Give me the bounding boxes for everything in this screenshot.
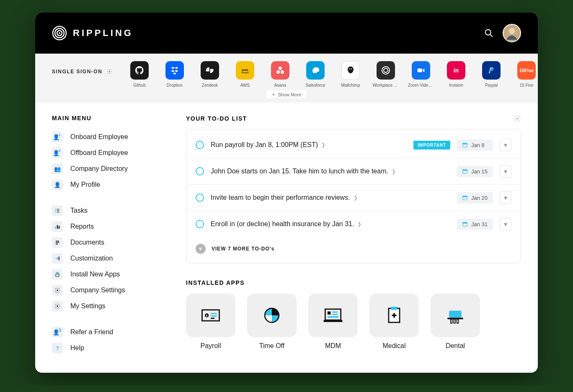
- sidebar-item-documents[interactable]: Documents: [52, 235, 165, 250]
- bars-icon: [52, 221, 63, 232]
- installed-app-mdm[interactable]: MDM: [308, 294, 358, 350]
- todo-row[interactable]: Run payroll by Jan 8, 1:00PM (EST) ❯ IMP…: [186, 132, 521, 158]
- svg-point-35: [57, 305, 58, 307]
- todo-card: Run payroll by Jan 8, 1:00PM (EST) ❯ IMP…: [186, 129, 521, 263]
- person-x-icon: 👤×: [52, 147, 63, 158]
- sidebar-item-company-directory[interactable]: 👥 Company Directory: [52, 161, 165, 177]
- row-menu-button[interactable]: ▾: [500, 218, 511, 230]
- svg-rect-33: [56, 274, 59, 276]
- sso-app-invision[interactable]: in Invision: [443, 61, 469, 88]
- sidebar-item-help[interactable]: ? Help: [52, 340, 165, 356]
- question-icon: ?: [52, 343, 63, 353]
- sso-app-salesforce[interactable]: Salesforce: [302, 61, 328, 88]
- app-window: RIPPLING SINGLE SIGN-ON Github Dropbox: [35, 13, 538, 373]
- sso-app-label: Github: [133, 83, 145, 88]
- sidebar-item-reports[interactable]: Reports: [52, 219, 165, 235]
- svg-point-14: [351, 68, 352, 69]
- chevron-right-icon: ❯: [357, 221, 361, 227]
- date-label: Jan 20: [471, 195, 488, 201]
- date-chip[interactable]: Jan 15: [457, 166, 493, 177]
- sidebar-item-company-settings[interactable]: Company Settings: [52, 282, 165, 298]
- svg-rect-54: [328, 312, 330, 315]
- svg-rect-20: [57, 209, 59, 209]
- sso-app-github[interactable]: Github: [126, 61, 152, 88]
- sso-app-aws[interactable]: aws AWS: [232, 61, 258, 88]
- svg-rect-40: [463, 170, 467, 171]
- sso-app-label: Mailchimp: [341, 83, 360, 88]
- svg-point-36: [516, 118, 519, 120]
- sso-app-asana[interactable]: Asana: [267, 61, 293, 88]
- app-tile-icon: [165, 61, 184, 80]
- row-menu-button[interactable]: ▾: [500, 139, 511, 151]
- sso-app-15-five[interactable]: 15Five 15 Five: [514, 61, 538, 88]
- date-chip[interactable]: Jan 8: [457, 139, 493, 151]
- checkbox-icon[interactable]: [196, 193, 204, 202]
- sidebar-item-refer-a-friend[interactable]: 👤$ Refer a Friend: [52, 324, 165, 340]
- app-tile-icon: [482, 61, 501, 80]
- checkbox-icon[interactable]: [196, 141, 204, 149]
- show-more-button[interactable]: ▼ Show More: [266, 90, 308, 99]
- app-tile-icon: [412, 61, 430, 80]
- sso-app-zendesk[interactable]: Zendesk: [197, 61, 223, 88]
- sidebar-item-label: Offboard Employee: [70, 149, 128, 157]
- svg-point-13: [349, 68, 350, 69]
- installed-app-label: Dental: [446, 342, 465, 350]
- avatar[interactable]: [503, 24, 521, 42]
- gear-icon: [52, 301, 63, 312]
- installed-app-medical[interactable]: Medical: [369, 294, 419, 350]
- brand-name: RIPPLING: [73, 28, 133, 39]
- sidebar-item-label: Tasks: [70, 207, 88, 214]
- sidebar-item-tasks[interactable]: Tasks: [52, 203, 165, 219]
- installed-apps-title: INSTALLED APPS: [186, 279, 521, 286]
- sso-label-text: SINGLE SIGN-ON: [52, 69, 102, 75]
- svg-rect-50: [211, 318, 214, 319]
- checkbox-icon[interactable]: [196, 167, 204, 175]
- svg-point-3: [59, 32, 60, 34]
- date-chip[interactable]: Jan 31: [457, 219, 493, 230]
- sso-app-zoom-video-[interactable]: Zoom Video...: [408, 61, 434, 88]
- todo-title: YOUR TO-DO LIST: [186, 115, 247, 122]
- svg-text:aws: aws: [242, 68, 249, 72]
- sidebar-item-my-profile[interactable]: 👤 My Profile: [52, 177, 165, 193]
- logo-icon: [52, 26, 67, 41]
- mdm-icon: [308, 294, 358, 337]
- svg-point-34: [57, 289, 58, 291]
- app-tile-icon: [271, 61, 289, 80]
- app-tile-icon: [306, 61, 325, 80]
- todo-row[interactable]: John Doe starts on Jan 15. Take him to l…: [186, 158, 521, 185]
- sidebar-item-customization[interactable]: Customization: [52, 250, 165, 266]
- checkbox-icon[interactable]: [196, 220, 204, 228]
- todo-row[interactable]: Invite team to begin their performance r…: [186, 185, 521, 211]
- brand: RIPPLING: [52, 26, 133, 41]
- svg-rect-24: [57, 212, 59, 212]
- view-more-button[interactable]: ▼ VIEW 7 MORE TO-DO's: [186, 237, 521, 260]
- sso-app-label: Paypal: [485, 83, 498, 88]
- gear-icon[interactable]: [514, 115, 521, 122]
- sso-app-dropbox[interactable]: Dropbox: [162, 61, 188, 88]
- row-menu-button[interactable]: ▾: [500, 191, 511, 204]
- sidebar-item-my-settings[interactable]: My Settings: [52, 298, 165, 314]
- sidebar-item-label: Help: [70, 344, 84, 352]
- gear-icon: [52, 285, 63, 296]
- date-chip[interactable]: Jan 20: [457, 192, 493, 204]
- date-label: Jan 8: [471, 142, 485, 148]
- search-icon[interactable]: [484, 28, 493, 38]
- sidebar-item-offboard-employee[interactable]: 👤× Offboard Employee: [52, 145, 165, 161]
- todo-text: Invite team to begin their performance r…: [211, 194, 450, 201]
- gear-icon[interactable]: [106, 69, 112, 75]
- payroll-icon: $: [186, 294, 235, 337]
- sidebar-item-onboard-employee[interactable]: 👤+ Onboard Employee: [52, 129, 165, 145]
- row-menu-button[interactable]: ▾: [500, 165, 511, 178]
- installed-app-time-off[interactable]: Time Off: [247, 294, 297, 350]
- svg-rect-56: [332, 314, 338, 315]
- installed-app-dental[interactable]: Dental: [431, 294, 480, 350]
- sso-app-paypal[interactable]: Paypal: [478, 61, 504, 88]
- sidebar-item-label: Reports: [70, 223, 94, 230]
- sso-app-workplace-by-[interactable]: Workplace by...: [373, 61, 399, 88]
- installed-app-payroll[interactable]: $ Payroll: [186, 294, 235, 350]
- sso-apps: Github Dropbox Zendesk aws AWS Asana Sal…: [126, 61, 538, 88]
- sidebar-item-install-new-apps[interactable]: Install New Apps: [52, 266, 165, 282]
- todo-row[interactable]: Enroll in (or decline) health insurance …: [186, 211, 521, 237]
- svg-rect-65: [447, 318, 463, 320]
- sso-app-mailchimp[interactable]: Mailchimp: [338, 61, 364, 88]
